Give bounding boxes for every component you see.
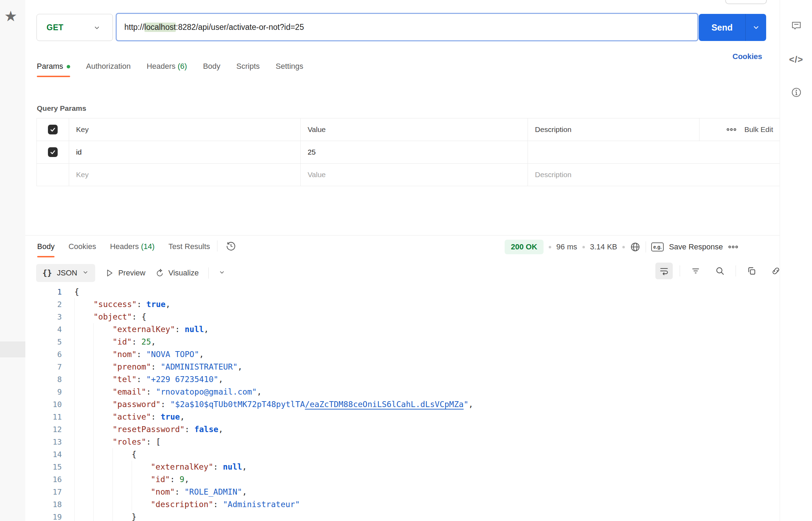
new-description-input[interactable]: Description	[528, 164, 781, 186]
select-all-cell	[37, 118, 69, 141]
http-method-select[interactable]: GET	[36, 14, 113, 41]
send-button-label[interactable]: Send	[699, 14, 745, 41]
code-content: {	[74, 287, 79, 296]
tab-label: Headers	[147, 62, 175, 71]
response-tab-test-results[interactable]: Test Results	[168, 242, 210, 251]
request-tab-headers[interactable]: Headers (6)	[147, 62, 187, 71]
request-tab-params[interactable]: Params	[37, 62, 70, 71]
star-favorite-icon[interactable]: ★	[4, 9, 17, 24]
line-number: 13	[25, 436, 62, 448]
code-content: "description": "Administrateur"	[74, 500, 300, 509]
tab-label: Headers	[110, 242, 139, 251]
code-line-17: 17"nom": "ROLE_ADMIN",	[25, 486, 780, 498]
code-content: }	[74, 512, 136, 521]
code-content: "id": 9,	[74, 475, 189, 484]
request-tab-settings[interactable]: Settings	[276, 62, 304, 71]
tab-label: Authorization	[86, 62, 131, 71]
line-number: 3	[25, 311, 62, 323]
code-content: "externalKey": null,	[74, 462, 247, 471]
separator-dot	[622, 246, 625, 248]
request-tab-scripts[interactable]: Scripts	[237, 62, 260, 71]
info-icon[interactable]	[791, 87, 802, 98]
line-number: 8	[25, 373, 62, 386]
viewer-more-chevron[interactable]	[218, 269, 225, 277]
code-content: "nom": "NOVA TOPO",	[74, 350, 204, 359]
response-time: 96 ms	[556, 242, 577, 251]
params-header-row: Key Value Description Bulk Edit	[37, 118, 781, 141]
response-tab-extras	[217, 240, 236, 251]
tab-label: Body	[37, 242, 55, 251]
response-tab-cookies[interactable]: Cookies	[68, 242, 96, 251]
response-tab-body[interactable]: Body	[37, 242, 55, 251]
body-format-select[interactable]: {} JSON	[36, 264, 95, 282]
empty-checkbox-cell	[37, 164, 69, 186]
cookies-link[interactable]: Cookies	[732, 52, 762, 61]
left-sidebar-rail: ★	[0, 0, 25, 521]
select-all-checkbox[interactable]	[48, 125, 58, 134]
line-number: 10	[25, 398, 62, 411]
preview-button[interactable]: Preview	[105, 268, 145, 278]
param-row: id 25	[37, 141, 781, 164]
code-snippet-icon[interactable]: </>	[789, 54, 803, 65]
example-icon: e.g.	[651, 242, 664, 251]
param-description-input[interactable]	[528, 141, 781, 163]
code-line-19: 19}	[25, 511, 780, 521]
description-column-header: Description	[528, 118, 699, 141]
bulk-edit-cell: Bulk Edit	[699, 118, 781, 141]
response-tab-headers[interactable]: Headers (14)	[110, 242, 155, 251]
separator-dot	[582, 246, 585, 248]
code-line-11: 11"active": true,	[25, 411, 780, 423]
param-value-input[interactable]: 25	[301, 141, 528, 163]
value-column-header: Value	[301, 118, 528, 141]
tab-label: Test Results	[168, 242, 210, 251]
code-content: "success": true,	[74, 300, 171, 309]
filter-button[interactable]	[687, 263, 704, 279]
network-globe-icon[interactable]	[630, 242, 640, 252]
param-key-input[interactable]: id	[69, 141, 301, 163]
url-scheme: http://	[124, 23, 144, 32]
copy-button[interactable]	[743, 263, 760, 279]
partial-top-button	[725, 0, 767, 4]
param-checkbox[interactable]	[48, 147, 58, 157]
line-number: 9	[25, 386, 62, 398]
url-host-highlight: localhost	[144, 23, 176, 32]
divider	[736, 265, 736, 276]
divider	[217, 240, 217, 251]
request-tab-authorization[interactable]: Authorization	[86, 62, 131, 71]
request-response-divider[interactable]	[25, 235, 780, 235]
wrap-text-button[interactable]	[655, 263, 673, 279]
divider	[208, 267, 209, 279]
tab-label: Settings	[276, 62, 304, 71]
code-link[interactable]: /eaZcTDM88ceOniLS6lCahL.dLsVCpMZa	[305, 400, 464, 409]
bulk-edit-button[interactable]: Bulk Edit	[744, 125, 773, 134]
visualize-button[interactable]: Visualize	[155, 268, 199, 278]
more-options-icon[interactable]	[726, 124, 737, 135]
send-options-chevron[interactable]	[746, 14, 766, 41]
new-value-input[interactable]: Value	[301, 164, 528, 186]
code-content: "roles": [	[74, 437, 160, 446]
response-history-icon[interactable]	[226, 241, 236, 251]
send-button[interactable]: Send	[699, 14, 766, 41]
url-input[interactable]: http://localhost:8282/api/user/activate-…	[116, 13, 698, 41]
line-number: 2	[25, 298, 62, 311]
response-status-row: 200 OK 96 ms 3.14 KB e.g. Save Response	[505, 240, 738, 254]
line-number: 4	[25, 323, 62, 336]
code-line-14: 14{	[25, 448, 780, 461]
comments-icon[interactable]	[791, 20, 802, 31]
code-line-5: 5"id": 25,	[25, 336, 780, 348]
save-response-button[interactable]: Save Response	[669, 242, 723, 251]
new-key-input[interactable]: Key	[69, 164, 301, 186]
code-content: "email": "rnovatopo@gmail.com",	[74, 387, 262, 396]
tab-label: Cookies	[68, 242, 96, 251]
code-line-10: 10"password": "$2a$10$qTUb0tMK72pT48pytl…	[25, 398, 780, 411]
tab-count-badge: (6)	[175, 62, 187, 71]
modified-dot	[67, 65, 70, 68]
code-line-8: 8"tel": "+229 67235410",	[25, 373, 780, 386]
code-line-1: 1{	[25, 286, 780, 298]
search-button[interactable]	[711, 263, 729, 279]
code-content: "active": true,	[74, 412, 185, 421]
response-more-options-icon[interactable]	[728, 242, 738, 252]
body-format-label: JSON	[57, 268, 77, 278]
request-tab-body[interactable]: Body	[203, 62, 220, 71]
tab-label: Scripts	[237, 62, 260, 71]
